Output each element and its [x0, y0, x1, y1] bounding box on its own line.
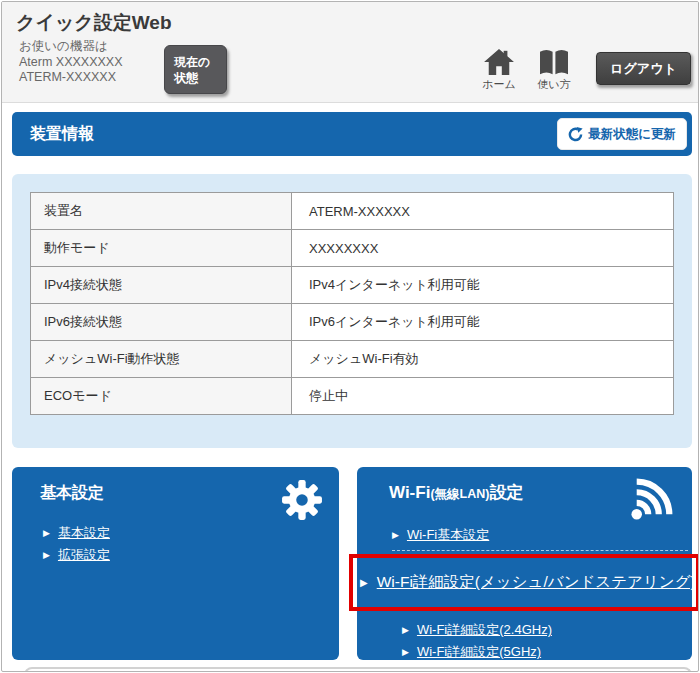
link-extended-setting[interactable]: ▶ 拡張設定 [43, 546, 110, 564]
link-label: 基本設定 [58, 524, 110, 542]
guide-label: 使い方 [531, 77, 577, 92]
device-name-line: ATERM-XXXXXX [19, 70, 123, 86]
row-value: ATERM-XXXXXX [292, 193, 674, 230]
refresh-status-button[interactable]: 最新状態に更新 [557, 118, 687, 150]
device-info-text: お使いの機器は Aterm XXXXXXXX ATERM-XXXXXX [19, 39, 123, 86]
row-label: 動作モード [31, 230, 292, 267]
row-label: メッシュWi-Fi動作状態 [31, 341, 292, 378]
wifi-settings-title: Wi-Fi(無線LAN)設定 [389, 481, 523, 504]
row-value: IPv6インターネット利用可能 [292, 304, 674, 341]
app-header: クイック設定Web お使いの機器は Aterm XXXXXXXX ATERM-X… [2, 2, 698, 103]
basic-settings-title: 基本設定 [40, 483, 104, 504]
link-basic-setting[interactable]: ▶ 基本設定 [43, 524, 110, 542]
current-status-line1: 現在の [174, 55, 210, 69]
device-intro-line: お使いの機器は [19, 39, 123, 55]
logout-button[interactable]: ログアウト [596, 52, 691, 85]
current-status-button[interactable]: 現在の 状態 [164, 45, 227, 94]
table-row: ECOモード 停止中 [31, 378, 674, 415]
page-title: クイック設定Web [16, 10, 172, 36]
link-label: Wi-Fi基本設定 [407, 526, 489, 544]
triangle-bullet-icon: ▶ [360, 578, 368, 588]
refresh-icon [568, 127, 583, 142]
table-row: IPv4接続状態 IPv4インターネット利用可能 [31, 267, 674, 304]
home-label: ホーム [476, 77, 522, 92]
link-wifi-detail-5ghz[interactable]: ▶ Wi-Fi詳細設定(5GHz) [402, 643, 541, 661]
obscured-link-underline [392, 550, 688, 551]
row-value: IPv4インターネット利用可能 [292, 267, 674, 304]
table-row: メッシュWi-Fi動作状態 メッシュWi-Fi有効 [31, 341, 674, 378]
quick-setup-web-page: クイック設定Web お使いの機器は Aterm XXXXXXXX ATERM-X… [1, 1, 699, 672]
link-label: 拡張設定 [58, 546, 110, 564]
link-label: Wi-Fi詳細設定(5GHz) [417, 643, 541, 661]
triangle-bullet-icon: ▶ [43, 529, 50, 538]
row-value: メッシュWi-Fi有効 [292, 341, 674, 378]
wifi-title-suffix: 設定 [489, 483, 523, 502]
highlight-annotation-box: ▶ Wi-Fi詳細設定(メッシュ/バンドステアリング) [349, 554, 699, 611]
home-icon [484, 48, 514, 76]
row-value: XXXXXXXX [292, 230, 674, 267]
wifi-title-paren: (無線LAN) [430, 487, 489, 501]
guide-button[interactable]: 使い方 [531, 48, 577, 92]
refresh-label: 最新状態に更新 [588, 126, 676, 143]
book-icon [538, 48, 570, 76]
wifi-title-main: Wi-Fi [389, 483, 430, 502]
device-info-table: 装置名 ATERM-XXXXXX 動作モード XXXXXXXX IPv4接続状態… [30, 192, 674, 415]
section-bar: 装置情報 最新状態に更新 [12, 112, 692, 156]
gear-icon [281, 479, 323, 521]
link-wifi-detail-24ghz[interactable]: ▶ Wi-Fi詳細設定(2.4GHz) [402, 621, 552, 639]
wifi-signal-icon [630, 475, 676, 521]
table-row: IPv6接続状態 IPv6インターネット利用可能 [31, 304, 674, 341]
table-row: 装置名 ATERM-XXXXXX [31, 193, 674, 230]
link-label: Wi-Fi詳細設定(2.4GHz) [417, 621, 552, 639]
triangle-bullet-icon: ▶ [43, 551, 50, 560]
current-status-line2: 状態 [174, 71, 198, 85]
triangle-bullet-icon: ▶ [402, 648, 409, 657]
section-title: 装置情報 [30, 112, 94, 156]
table-row: 動作モード XXXXXXXX [31, 230, 674, 267]
row-label: 装置名 [31, 193, 292, 230]
device-model-line: Aterm XXXXXXXX [19, 55, 123, 71]
link-wifi-basic-setting[interactable]: ▶ Wi-Fi基本設定 [392, 526, 489, 544]
link-wifi-detail-mesh-bandsteering[interactable]: Wi-Fi詳細設定(メッシュ/バンドステアリング) [377, 572, 696, 593]
triangle-bullet-icon: ▶ [392, 531, 399, 540]
device-info-panel: 装置名 ATERM-XXXXXX 動作モード XXXXXXXX IPv4接続状態… [12, 174, 692, 448]
triangle-bullet-icon: ▶ [402, 626, 409, 635]
row-label: IPv6接続状態 [31, 304, 292, 341]
next-section-top-edge [24, 667, 692, 672]
row-label: IPv4接続状態 [31, 267, 292, 304]
row-value: 停止中 [292, 378, 674, 415]
home-button[interactable]: ホーム [476, 48, 522, 92]
row-label: ECOモード [31, 378, 292, 415]
